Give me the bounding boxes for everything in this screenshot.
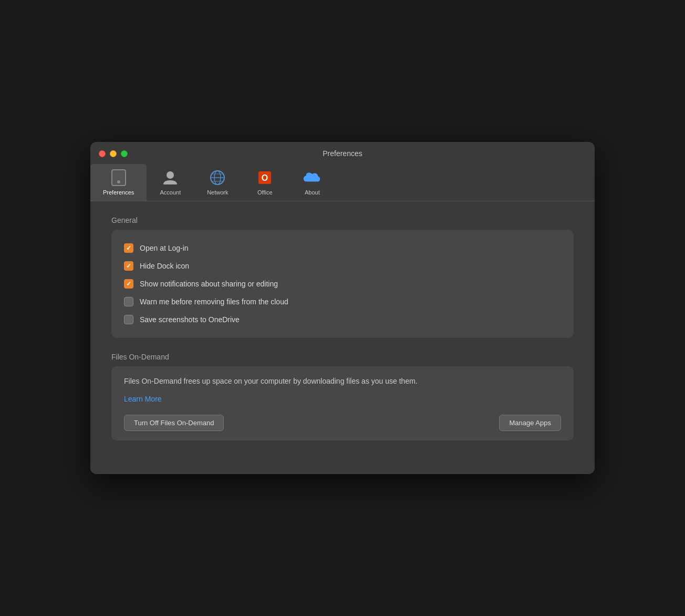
preferences-window: Preferences Preferences Account bbox=[90, 142, 595, 475]
warn-before-removing-label: Warn me before removing files from the c… bbox=[140, 297, 288, 306]
open-at-login-checkbox[interactable] bbox=[124, 243, 133, 253]
svg-point-0 bbox=[167, 171, 174, 179]
files-on-demand-section-box: Files On-Demand frees up space on your c… bbox=[111, 366, 574, 441]
general-section-label: General bbox=[111, 216, 574, 224]
about-tab-label: About bbox=[305, 189, 320, 196]
tab-account[interactable]: Account bbox=[147, 164, 194, 201]
save-screenshots-label: Save screenshots to OneDrive bbox=[140, 315, 240, 324]
window-title: Preferences bbox=[323, 149, 362, 158]
save-screenshots-checkbox[interactable] bbox=[124, 315, 133, 324]
checkbox-row-open-at-login: Open at Log-in bbox=[124, 239, 561, 257]
network-tab-label: Network bbox=[207, 189, 228, 196]
tab-about[interactable]: About bbox=[288, 164, 336, 201]
checkbox-row-save-screenshots: Save screenshots to OneDrive bbox=[124, 311, 561, 328]
warn-before-removing-checkbox[interactable] bbox=[124, 297, 133, 306]
show-notifications-checkbox[interactable] bbox=[124, 279, 133, 289]
onedrive-cloud-icon bbox=[303, 170, 321, 185]
maximize-button[interactable] bbox=[121, 150, 128, 157]
minimize-button[interactable] bbox=[110, 150, 117, 157]
preferences-tab-icon bbox=[109, 168, 128, 187]
titlebar: Preferences Preferences Account bbox=[90, 142, 595, 201]
person-icon bbox=[161, 169, 179, 187]
office-tab-icon: O bbox=[255, 168, 274, 187]
window-controls bbox=[99, 150, 128, 157]
manage-apps-button[interactable]: Manage Apps bbox=[499, 415, 561, 431]
toolbar: Preferences Account bbox=[90, 164, 595, 201]
hide-dock-icon-checkbox[interactable] bbox=[124, 261, 133, 271]
files-on-demand-section-label: Files On-Demand bbox=[111, 353, 574, 361]
account-tab-label: Account bbox=[160, 189, 181, 196]
turn-off-files-on-demand-button[interactable]: Turn Off Files On-Demand bbox=[124, 415, 224, 431]
office-tab-label: Office bbox=[257, 189, 273, 196]
office-icon: O bbox=[256, 169, 274, 187]
about-tab-icon bbox=[303, 168, 321, 187]
preferences-icon bbox=[111, 169, 126, 186]
tab-preferences[interactable]: Preferences bbox=[90, 164, 147, 201]
close-button[interactable] bbox=[99, 150, 106, 157]
show-notifications-label: Show notifications about sharing or edit… bbox=[140, 280, 278, 288]
checkbox-row-show-notifications: Show notifications about sharing or edit… bbox=[124, 275, 561, 293]
preferences-tab-label: Preferences bbox=[103, 189, 134, 196]
checkbox-row-hide-dock: Hide Dock icon bbox=[124, 257, 561, 275]
open-at-login-label: Open at Log-in bbox=[140, 244, 189, 252]
files-on-demand-description: Files On-Demand frees up space on your c… bbox=[124, 376, 561, 387]
checkbox-row-warn-removing: Warn me before removing files from the c… bbox=[124, 293, 561, 311]
tab-network[interactable]: Network bbox=[194, 164, 241, 201]
main-content: General Open at Log-in Hide Dock icon Sh… bbox=[90, 201, 595, 475]
account-tab-icon bbox=[161, 168, 180, 187]
tab-office[interactable]: O Office bbox=[241, 164, 288, 201]
network-tab-icon bbox=[208, 168, 227, 187]
hide-dock-icon-label: Hide Dock icon bbox=[140, 262, 189, 270]
files-on-demand-buttons: Turn Off Files On-Demand Manage Apps bbox=[124, 415, 561, 431]
learn-more-link[interactable]: Learn More bbox=[124, 395, 162, 403]
svg-text:O: O bbox=[262, 173, 268, 182]
globe-icon bbox=[209, 169, 226, 187]
general-section-box: Open at Log-in Hide Dock icon Show notif… bbox=[111, 230, 574, 338]
